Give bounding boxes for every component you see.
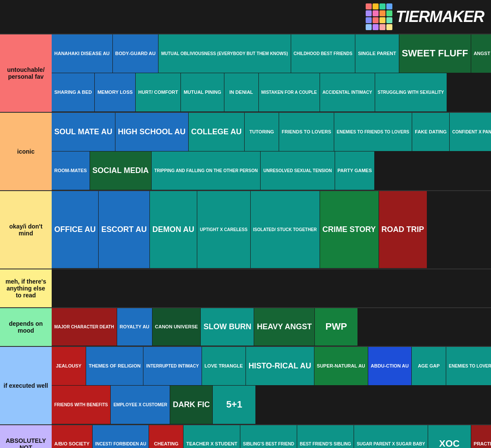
tier-item[interactable]: 5+1 <box>213 386 256 424</box>
tier-item[interactable]: COLLEGE AU <box>189 113 245 151</box>
tier-label-absolutelynot: ABSOLUTELY NOT <box>0 425 52 448</box>
items-row-absolutelynot-0: A/B/O SOCIETYINCEST/ FORBIDDEN AUCHEATIN… <box>52 425 491 448</box>
tier-item[interactable]: SUGAR PARENT x SUGAR BABY <box>354 425 428 448</box>
items-row-iconic-0: SOUL MATE AUHIGH SCHOOL AUCOLLEGE AUTUTO… <box>52 113 491 151</box>
tier-items-absolutelynot: A/B/O SOCIETYINCEST/ FORBIDDEN AUCHEATIN… <box>52 425 491 448</box>
tier-items-meh <box>52 269 491 307</box>
tier-item[interactable]: STRUGGLING WITH SEXUALITY <box>375 73 447 112</box>
tier-item[interactable]: ROOM-MATES <box>52 151 90 190</box>
tier-row-untouchable: untouchable/ personal favHANAHAKI DISEAS… <box>0 34 491 113</box>
tier-item[interactable]: SHARING A BED <box>52 73 95 112</box>
tier-item[interactable]: ENEMIES TO LOVERS <box>446 347 491 386</box>
tier-item[interactable]: HEAVY ANGST <box>254 308 315 346</box>
tier-item[interactable]: CONFIDENT x PANICKED <box>450 113 491 151</box>
tier-item[interactable]: MUTUAL PINING <box>181 73 224 112</box>
tier-item[interactable]: BEST FRIEND'S SIBLING <box>297 425 354 448</box>
tier-item[interactable]: ABDU-CTION AU <box>368 347 412 386</box>
tier-item[interactable]: SOUL MATE AU <box>52 113 115 151</box>
items-row-iconic-1: ROOM-MATESSOCIAL MEDIATRIPPING AND FALLI… <box>52 151 491 190</box>
tier-row-meh: meh, if there's anything else to read <box>0 269 491 308</box>
tier-item[interactable]: OFFICE AU <box>52 191 99 269</box>
tier-label-okay: okay/i don't mind <box>0 191 52 269</box>
tier-row-ifexecuted: if executed wellJEALOUSYTHEMES OF RELIGI… <box>0 347 491 425</box>
tier-item[interactable]: HANAHAKI DISEASE AU <box>52 34 113 73</box>
tier-row-depends: depends on moodMAJOR CHARACTER DEATHROYA… <box>0 308 491 347</box>
tier-item[interactable]: xOC <box>428 425 471 448</box>
header: TiERMAKER <box>0 0 491 34</box>
tier-item[interactable]: INTERRUPTED INTIMACY <box>143 347 202 386</box>
tier-item[interactable]: CANON UNIVERSE <box>152 308 201 346</box>
items-row-untouchable-0: HANAHAKI DISEASE AUBODY-GUARD AUMUTUAL O… <box>52 34 491 73</box>
tier-item[interactable]: ANGST WITH A HAPPY ENDING <box>471 34 491 73</box>
tier-item[interactable]: IN DENIAL <box>224 73 259 112</box>
tier-item[interactable]: ENEMIES TO FRIENDS TO LOVERS <box>334 113 413 151</box>
tier-item[interactable]: ROYALTY AU <box>117 308 152 346</box>
tier-item[interactable]: HISTO-RICAL AU <box>246 347 314 386</box>
tier-item[interactable]: MAJOR CHARACTER DEATH <box>52 308 117 346</box>
tier-item[interactable]: TRIPPING AND FALLING ON THE OTHER PERSON <box>152 151 261 190</box>
tier-item[interactable]: SUPER-NATURAL AU <box>314 347 368 386</box>
tier-item[interactable]: SINGLE PARENT <box>355 34 399 73</box>
tier-row-iconic: iconicSOUL MATE AUHIGH SCHOOL AUCOLLEGE … <box>0 113 491 191</box>
tier-item[interactable]: AGE GAP <box>412 347 446 386</box>
tier-item[interactable]: SWEET FLUFF <box>399 34 471 73</box>
tier-row-absolutelynot: ABSOLUTELY NOTA/B/O SOCIETYINCEST/ FORBI… <box>0 425 491 448</box>
tier-item[interactable]: DEMON AU <box>150 191 197 269</box>
tier-item[interactable]: EMPLOYEE x CUSTOMER <box>111 386 170 424</box>
items-row-ifexecuted-1: FRIENDS WITH BENEFITSEMPLOYEE x CUSTOMER… <box>52 386 491 424</box>
tier-item[interactable]: INCEST/ FORBIDDEN AU <box>93 425 149 448</box>
tier-item[interactable]: MISTAKEN FOR A COUPLE <box>259 73 320 112</box>
tier-item[interactable]: JEALOUSY <box>52 347 86 386</box>
tier-item[interactable]: ISOLATED/ STUCK TOGETHER <box>251 191 320 269</box>
tier-table: untouchable/ personal favHANAHAKI DISEAS… <box>0 34 491 448</box>
items-row-okay-0: OFFICE AUESCORT AUDEMON AUUPTIGHT x CARE… <box>52 191 491 269</box>
tier-label-depends: depends on mood <box>0 308 52 346</box>
tier-items-untouchable: HANAHAKI DISEASE AUBODY-GUARD AUMUTUAL O… <box>52 34 491 112</box>
tiermaker-logo: TiERMAKER <box>366 3 484 30</box>
tier-items-ifexecuted: JEALOUSYTHEMES OF RELIGIONINTERRUPTED IN… <box>52 347 491 424</box>
tier-item[interactable]: FRIENDS WITH BENEFITS <box>52 386 111 424</box>
tier-item[interactable]: LOVE TRIANGLE <box>202 347 246 386</box>
tier-item[interactable]: FAKE DATING <box>412 113 450 151</box>
tier-row-okay: okay/i don't mindOFFICE AUESCORT AUDEMON… <box>0 191 491 269</box>
tier-label-iconic: iconic <box>0 113 52 190</box>
tier-item[interactable]: ACCIDENTAL INTIMACY <box>320 73 375 112</box>
tier-items-okay: OFFICE AUESCORT AUDEMON AUUPTIGHT x CARE… <box>52 191 491 269</box>
tier-item[interactable]: ROAD TRIP <box>379 191 427 269</box>
tier-item[interactable]: CHEATING <box>149 425 183 448</box>
tier-item[interactable]: TUTORING <box>245 113 279 151</box>
logo-title: TiERMAKER <box>396 8 484 26</box>
logo-grid <box>366 3 392 30</box>
tier-item[interactable]: THEMES OF RELIGION <box>86 347 143 386</box>
tier-items-iconic: SOUL MATE AUHIGH SCHOOL AUCOLLEGE AUTUTO… <box>52 113 491 190</box>
tier-items-depends: MAJOR CHARACTER DEATHROYALTY AUCANON UNI… <box>52 308 491 346</box>
tier-item[interactable]: PRACTICE KISSING <box>471 425 491 448</box>
tier-item[interactable]: BODY-GUARD AU <box>113 34 159 73</box>
tier-item[interactable]: ESCORT AU <box>99 191 149 269</box>
tier-label-ifexecuted: if executed well <box>0 347 52 424</box>
tier-item[interactable]: MEMORY LOSS <box>95 73 136 112</box>
tier-item[interactable]: CHILDHOOD BEST FRIENDS <box>291 34 356 73</box>
tier-item[interactable]: SOCIAL MEDIA <box>90 151 152 190</box>
tier-item[interactable]: DARK FIC <box>170 386 213 424</box>
tier-item[interactable]: FRIENDS TO LOVERS <box>279 113 334 151</box>
tier-item[interactable]: SIBLING'S BEST FRIEND <box>240 425 297 448</box>
tier-item[interactable]: TEACHER x STUDENT <box>183 425 240 448</box>
tier-label-untouchable: untouchable/ personal fav <box>0 34 52 112</box>
items-row-depends-0: MAJOR CHARACTER DEATHROYALTY AUCANON UNI… <box>52 308 491 346</box>
tier-label-meh: meh, if there's anything else to read <box>0 269 52 307</box>
items-row-ifexecuted-0: JEALOUSYTHEMES OF RELIGIONINTERRUPTED IN… <box>52 347 491 386</box>
tier-item[interactable]: UPTIGHT x CARELESS <box>197 191 251 269</box>
tier-item[interactable]: CRIME STORY <box>320 191 379 269</box>
tier-item[interactable]: PARTY GAMES <box>335 151 375 190</box>
tier-item[interactable]: PWP <box>315 308 358 346</box>
tier-item[interactable]: A/B/O SOCIETY <box>52 425 93 448</box>
items-row-meh-0 <box>52 269 491 307</box>
tier-item[interactable]: SLOW BURN <box>201 308 254 346</box>
tier-item[interactable]: MUTUAL OBLIVIOUSNESS (EVERYBODY BUT THEM… <box>158 34 291 73</box>
tier-item[interactable]: HURT/ COMFORT <box>136 73 181 112</box>
tier-item[interactable]: UNRESOLVED SEXUAL TENSION <box>261 151 335 190</box>
tier-item[interactable]: HIGH SCHOOL AU <box>115 113 189 151</box>
items-row-untouchable-1: SHARING A BEDMEMORY LOSSHURT/ COMFORTMUT… <box>52 73 491 112</box>
